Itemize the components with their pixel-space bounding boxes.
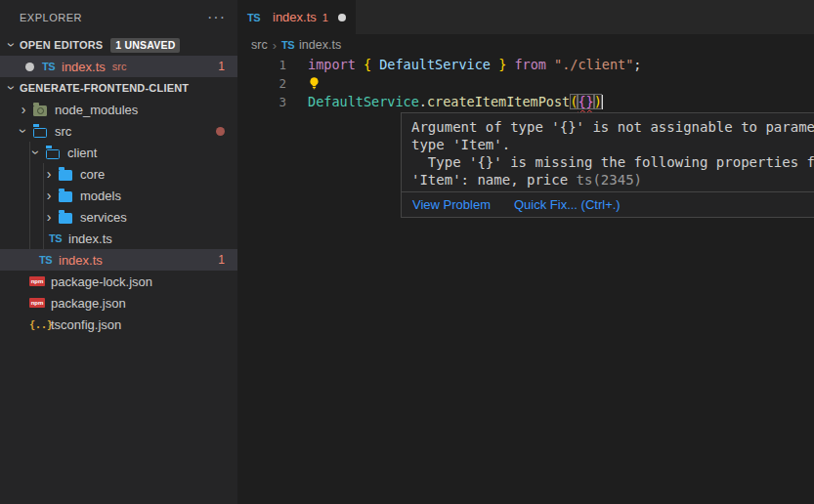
error-count-badge: 1 [218,253,225,267]
folder-icon [59,213,72,224]
tree-item-label: package-lock.json [51,274,152,289]
breadcrumb-separator: › [273,38,277,53]
code-token: ) [594,94,602,109]
explorer-sidebar: EXPLORER ··· › OPEN EDITORS 1 UNSAVED TS… [0,0,237,504]
editor-group: TS index.ts 1 src › TS index.ts 1import … [237,0,814,504]
tree-item-label: tsconfig.json [51,317,121,332]
code-token: createItemItemPost [427,94,570,109]
chevron-down-icon[interactable]: › [17,121,30,141]
code-token [546,57,554,72]
tree-item-label: src [55,124,71,139]
open-editors-section-header[interactable]: › OPEN EDITORS 1 UNSAVED [0,34,237,56]
code-token: from [514,57,546,72]
tree-item-core[interactable]: ›core [0,163,237,185]
typescript-icon: TS [281,39,294,51]
tree-item-index.ts[interactable]: TSindex.ts1 [0,249,237,271]
open-editor-file-name: index.ts [62,60,106,74]
more-actions-icon[interactable]: ··· [207,13,226,22]
code-token: . [419,94,427,109]
tree-item-label: core [80,167,105,182]
tree-item-models[interactable]: ›models [0,185,237,206]
code-token: DefaultService [308,94,419,109]
breadcrumb-folder[interactable]: src [251,38,268,52]
error-message: Argument of type '{}' is not assignable … [402,113,814,191]
chevron-right-icon[interactable]: › [39,167,59,181]
typescript-icon: TS [49,232,68,244]
diagnostic-code: ts(2345) [577,172,642,188]
line-number: 1 [237,56,286,74]
tree-item-label: package.json [51,296,126,311]
folder-icon [59,191,72,202]
error-message-line: Argument of type '{}' is not assignable … [411,118,814,136]
quick-fix-link[interactable]: Quick Fix... (Ctrl+.) [514,197,621,212]
tree-item-tsconfig.json[interactable]: {..}tsconfig.json [0,314,237,335]
open-editor-item[interactable]: TSindex.tssrc1 [0,56,237,77]
tab-index-ts[interactable]: TS index.ts 1 [237,0,356,34]
npm-icon: npm [29,298,45,308]
tree-item-package-lock.json[interactable]: npmpackage-lock.json [0,271,237,292]
text-cursor [602,95,603,109]
tree-item-src[interactable]: ›src [0,120,237,142]
folder-open-icon [46,149,60,159]
code-editor[interactable]: 1import { DefaultService } from "./clien… [237,56,814,111]
breadcrumb-file[interactable]: index.ts [299,38,341,52]
chevron-right-icon[interactable]: › [14,103,33,116]
code-token [356,57,364,72]
modified-dot-icon [25,63,34,71]
folder-node-icon [33,105,47,116]
code-token [491,57,498,72]
tree-item-label: index.ts [59,253,103,268]
tree-item-index.ts[interactable]: TSindex.ts [0,228,237,249]
file-tree: ›node_modules›src›client›core›models›ser… [0,99,237,335]
chevron-down-icon[interactable]: › [29,143,43,162]
chevron-right-icon[interactable]: › [39,210,59,224]
chevron-down-icon[interactable]: › [5,37,19,53]
tab-error-count: 1 [322,12,328,23]
code-token: DefaultService [379,57,491,72]
code-line-text: DefaultService.createItemItemPost({}) [286,93,603,111]
open-editor-description: src [112,61,127,72]
npm-icon: npm [29,276,45,286]
tree-item-services[interactable]: ›services [0,206,237,228]
tree-item-label: node_modules [55,103,138,117]
unsaved-dot-icon[interactable] [338,14,346,21]
chevron-right-icon[interactable]: › [39,189,59,202]
json-config-icon: {..} [29,319,51,330]
code-token: import [308,57,356,72]
workspace-section-header[interactable]: › GENERATE-FRONTEND-CLIENT [0,77,237,99]
error-hover-tooltip: Argument of type '{}' is not assignable … [401,112,814,218]
tree-item-node_modules[interactable]: ›node_modules [0,99,237,120]
folder-problem-dot [216,127,225,136]
code-line-text: import { DefaultService } from "./client… [286,56,642,74]
code-token [371,57,379,72]
folder-icon [59,170,72,181]
error-count-badge: 1 [218,60,225,73]
typescript-icon: TS [247,12,267,23]
code-line: 2 [237,74,814,93]
chevron-down-icon[interactable]: › [5,80,19,96]
vscode-window: EXPLORER ··· › OPEN EDITORS 1 UNSAVED TS… [0,0,814,504]
explorer-title: EXPLORER [20,12,207,23]
tree-item-label: index.ts [68,231,112,246]
line-number: 3 [237,93,286,111]
code-token: ; [633,57,641,72]
sidebar-title-bar: EXPLORER ··· [0,0,237,34]
breadcrumb: src › TS index.ts [237,34,341,56]
tree-item-client[interactable]: ›client [0,142,237,163]
typescript-icon: TS [42,61,62,72]
hover-action-bar: View ProblemQuick Fix... (Ctrl+.) [402,191,814,217]
typescript-icon: TS [39,254,59,266]
open-editors-list: TSindex.tssrc1 [0,56,237,77]
tree-item-label: models [80,189,121,203]
tab-file-name: index.ts [273,10,317,24]
view-problem-link[interactable]: View Problem [412,197,491,212]
code-token: {} [578,94,593,109]
line-number: 2 [237,74,286,93]
error-message-line: 'Item': name, price ts(2345) [411,171,814,189]
error-message-line: type 'Item'. [411,136,814,153]
code-token: "./client" [554,57,633,72]
code-token: { [364,57,371,72]
tree-item-package.json[interactable]: npmpackage.json [0,292,237,314]
tree-item-label: services [80,210,127,225]
open-editors-label: OPEN EDITORS [20,39,103,51]
